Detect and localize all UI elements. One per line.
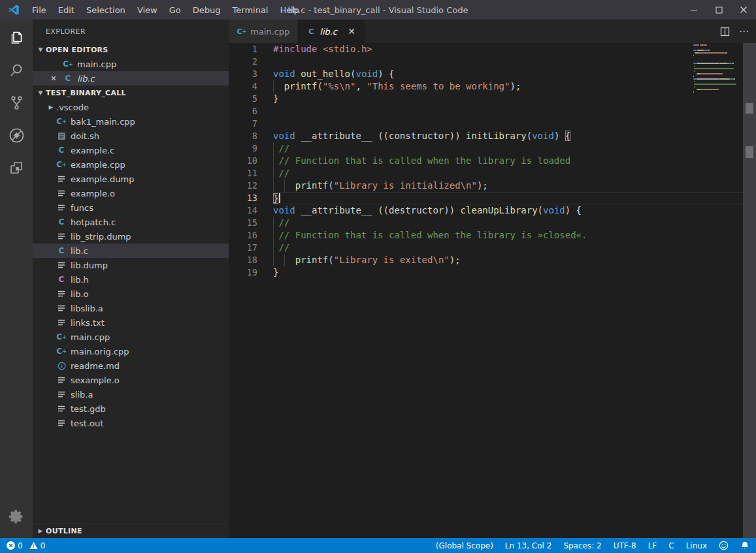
file-row-slib.a[interactable]: slib.a [33, 387, 229, 402]
open-editors-header[interactable]: ▼ OPEN EDITORS [33, 42, 229, 57]
close-icon[interactable]: ✕ [346, 26, 357, 37]
folder-header[interactable]: ▼ TEST_BINARY_CALL [33, 86, 229, 100]
code-line-3[interactable]: 3void out_hello(void) { [229, 68, 756, 80]
file-row-example.cpp[interactable]: C+example.cpp [33, 157, 229, 172]
file-row-lib.c[interactable]: Clib.c [33, 244, 229, 258]
line-number: 5 [229, 93, 273, 105]
menu-go[interactable]: Go [163, 2, 187, 18]
code-line-9[interactable]: 9 // [229, 142, 756, 155]
code-line-16[interactable]: 16 // Function that is called when the l… [229, 229, 756, 242]
file-row-sexample.o[interactable]: sexample.o [33, 373, 229, 387]
file-icon [56, 174, 67, 184]
code-line-8[interactable]: 8void __attribute__ ((constructor)) init… [229, 130, 756, 142]
menu-file[interactable]: File [26, 2, 52, 18]
code-line-14[interactable]: 14void __attribute__ ((destructor)) clea… [229, 204, 756, 217]
open-editor-main.cpp[interactable]: C+main.cpp [33, 57, 229, 71]
close-icon[interactable]: ✕ [48, 74, 59, 83]
line-number: 12 [229, 180, 273, 192]
status-linux[interactable]: Linux [686, 541, 707, 550]
code-line-5[interactable]: 5} [229, 93, 756, 105]
outline-header[interactable]: ▶ OUTLINE [33, 524, 229, 538]
menu-edit[interactable]: Edit [52, 2, 80, 18]
file-icon [56, 389, 67, 400]
code-line-11[interactable]: 11 // [229, 167, 756, 180]
file-row-example.dump[interactable]: example.dump [33, 172, 229, 186]
maximize-button[interactable] [706, 0, 731, 20]
line-number: 16 [229, 229, 273, 242]
status--global-scope-[interactable]: (Global Scope) [436, 541, 493, 550]
code-line-6[interactable]: 6 [229, 105, 756, 118]
menu-terminal[interactable]: Terminal [227, 2, 274, 18]
gear-icon[interactable] [0, 501, 33, 531]
code-line-4[interactable]: 4 printf("%s\n", "This seems to be worki… [229, 80, 756, 93]
code-editor[interactable]: 1#include <stdio.h>23void out_hello(void… [229, 43, 756, 538]
scrollbar[interactable] [743, 43, 756, 538]
file-row-example.c[interactable]: Cexample.c [33, 143, 229, 157]
file-icon [56, 418, 67, 428]
file-row-links.txt[interactable]: links.txt [33, 315, 229, 330]
file-row-lib.dump[interactable]: lib.dump [33, 258, 229, 272]
file-row-test.out[interactable]: test.out [33, 416, 229, 430]
file-icon [56, 231, 67, 242]
file-row-readme.md[interactable]: readme.md [33, 358, 229, 373]
extensions-icon[interactable] [0, 153, 33, 183]
file-icon [56, 289, 67, 299]
tab-lib.c[interactable]: Clib.c✕ [298, 20, 365, 43]
chevron-right-icon: ▶ [46, 104, 56, 110]
line-number: 17 [229, 242, 273, 254]
file-row-.vscode[interactable]: ▶.vscode [33, 100, 229, 114]
line-number: 19 [229, 266, 273, 279]
more-actions-icon[interactable]: ⋯ [739, 25, 749, 37]
code-line-18[interactable]: 18 printf("Library is exited\n"); [229, 254, 756, 266]
file-row-example.o[interactable]: example.o [33, 186, 229, 200]
notifications-bell-icon[interactable] [740, 541, 749, 550]
code-line-10[interactable]: 10 // Function that is called when the l… [229, 155, 756, 167]
file-row-doit.sh[interactable]: doit.sh [33, 129, 229, 143]
menu-selection[interactable]: Selection [80, 2, 131, 18]
error-icon [7, 541, 15, 550]
file-row-main.cpp[interactable]: C+main.cpp [33, 330, 229, 344]
file-row-bak1_main.cpp[interactable]: C+bak1_main.cpp [33, 114, 229, 129]
code-line-7[interactable]: 7 [229, 118, 756, 130]
minimap[interactable] [693, 44, 742, 94]
status-lf[interactable]: LF [648, 541, 657, 550]
menu-debug[interactable]: Debug [187, 2, 227, 18]
line-number: 7 [229, 118, 273, 130]
status-spaces-2[interactable]: Spaces: 2 [563, 541, 601, 550]
close-window-button[interactable] [731, 0, 756, 20]
file-row-lib.h[interactable]: Clib.h [33, 272, 229, 287]
menu-help[interactable]: Help [274, 2, 305, 18]
chevron-down-icon: ▼ [35, 89, 46, 96]
code-line-13[interactable]: 13} [229, 192, 756, 204]
file-row-funcs[interactable]: funcs [33, 200, 229, 215]
file-row-test.gdb[interactable]: test.gdb [33, 402, 229, 416]
status-utf-8[interactable]: UTF-8 [614, 541, 636, 550]
git-branch-icon[interactable] [0, 87, 33, 118]
c-file-icon: C [306, 26, 316, 37]
status-c[interactable]: C [668, 541, 674, 550]
file-row-libslib.a[interactable]: libslib.a [33, 301, 229, 315]
minimize-button[interactable] [682, 0, 706, 20]
file-row-lib_strip.dump[interactable]: lib_strip.dump [33, 229, 229, 244]
tab-main.cpp[interactable]: C+main.cpp [229, 20, 298, 43]
file-row-hotpatch.c[interactable]: Chotpatch.c [33, 215, 229, 229]
debug-icon[interactable] [0, 120, 33, 150]
code-line-1[interactable]: 1#include <stdio.h> [229, 43, 756, 55]
problems-status[interactable]: 0 0 [7, 541, 45, 550]
menu-view[interactable]: View [131, 2, 163, 18]
code-line-12[interactable]: 12 printf("Library is initialized\n"); [229, 180, 756, 192]
feedback-smiley-icon[interactable] [719, 541, 729, 550]
line-number: 15 [229, 217, 273, 229]
code-line-17[interactable]: 17 // [229, 242, 756, 254]
code-line-2[interactable]: 2 [229, 55, 756, 68]
code-line-19[interactable]: 19} [229, 266, 756, 279]
file-row-main.orig.cpp[interactable]: C+main.orig.cpp [33, 344, 229, 358]
file-row-lib.o[interactable]: lib.o [33, 287, 229, 301]
status-ln-13-col-2[interactable]: Ln 13, Col 2 [505, 541, 552, 550]
explorer-icon[interactable] [0, 22, 33, 52]
split-editor-icon[interactable] [720, 27, 730, 37]
open-editor-lib.c[interactable]: ✕Clib.c [33, 71, 229, 86]
file-icon [56, 403, 67, 414]
search-icon[interactable] [0, 55, 33, 85]
code-line-15[interactable]: 15 // [229, 217, 756, 229]
